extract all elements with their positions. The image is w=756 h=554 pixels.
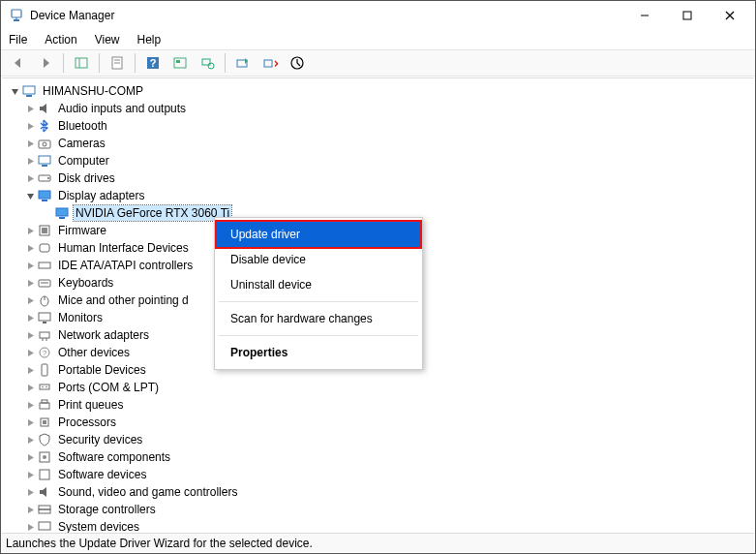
menu-help[interactable]: Help [136, 31, 164, 48]
tree-item-label: Security devices [56, 432, 144, 447]
tree-root[interactable]: HIMANSHU-COMP [6, 82, 754, 100]
disable-device-button[interactable] [286, 51, 309, 75]
chevron-right-icon[interactable] [23, 119, 37, 133]
context-menu: Update driver Disable device Uninstall d… [214, 217, 423, 370]
chevron-right-icon[interactable] [23, 520, 37, 533]
context-properties[interactable]: Properties [217, 340, 420, 365]
svg-point-17 [208, 63, 214, 69]
uninstall-device-button[interactable]: × [258, 51, 282, 75]
svg-rect-4 [683, 12, 691, 19]
tree-item-print-queues[interactable]: Print queues [6, 396, 754, 414]
tree-item-label: System devices [56, 519, 141, 533]
app-icon [9, 8, 24, 23]
svg-rect-0 [12, 10, 21, 17]
context-separator [219, 301, 418, 302]
camera-icon [37, 136, 52, 151]
tree-item-security[interactable]: Security devices [6, 431, 754, 448]
chevron-right-icon[interactable] [23, 450, 37, 464]
chevron-right-icon[interactable] [23, 293, 37, 307]
toolbar: ? × [1, 49, 755, 77]
chevron-right-icon[interactable] [23, 311, 37, 324]
properties-button[interactable] [106, 51, 129, 75]
tree-item-label: IDE ATA/ATAPI controllers [56, 258, 195, 273]
hid-icon [37, 240, 52, 256]
svg-rect-59 [40, 470, 49, 479]
help-button[interactable]: ? [141, 51, 165, 75]
maximize-button[interactable] [666, 1, 709, 30]
svg-rect-42 [39, 313, 50, 321]
context-disable-device[interactable]: Disable device [217, 247, 420, 272]
tree-item-label: Human Interface Devices [56, 240, 191, 256]
svg-text:×: × [274, 57, 278, 71]
security-icon [37, 432, 52, 447]
chevron-right-icon[interactable] [23, 328, 37, 342]
context-scan-hardware[interactable]: Scan for hardware changes [217, 306, 420, 331]
minimize-button[interactable] [623, 1, 666, 30]
tree-item-bluetooth[interactable]: Bluetooth [6, 117, 754, 135]
svg-text:?: ? [43, 349, 47, 357]
tree-item-label: Software devices [56, 467, 148, 482]
action-properties-button[interactable] [168, 51, 192, 75]
tree-item-software-components[interactable]: Software components [6, 448, 754, 466]
svg-rect-53 [40, 403, 49, 409]
chevron-right-icon[interactable] [23, 468, 37, 481]
portable-icon [37, 362, 52, 378]
svg-point-25 [43, 142, 46, 146]
chevron-right-icon[interactable] [23, 102, 37, 115]
chevron-right-icon[interactable] [23, 346, 37, 359]
context-uninstall-device[interactable]: Uninstall device [217, 272, 420, 297]
title-bar: Device Manager [1, 1, 755, 30]
tree-item-label: Display adapters [56, 188, 146, 203]
chevron-right-icon[interactable] [23, 416, 37, 429]
chevron-right-icon[interactable] [23, 503, 37, 516]
tree-item-label: Software components [56, 449, 172, 465]
context-update-driver[interactable]: Update driver [217, 222, 420, 247]
svg-rect-32 [56, 208, 68, 216]
tree-item-ports[interactable]: Ports (COM & LPT) [6, 379, 754, 396]
tree-item-label: NVIDIA GeForce RTX 3060 Ti [74, 205, 231, 221]
menu-action[interactable]: Action [43, 31, 78, 48]
forward-button[interactable] [34, 51, 57, 75]
chevron-down-icon[interactable] [8, 84, 21, 98]
storage-icon [37, 502, 52, 517]
menu-view[interactable]: View [93, 31, 122, 48]
tree-item-software-devices[interactable]: Software devices [6, 466, 754, 483]
tree-item-audio[interactable]: Audio inputs and outputs [6, 100, 754, 117]
back-button[interactable] [7, 51, 30, 75]
svg-rect-60 [39, 506, 50, 509]
scan-hardware-button[interactable] [196, 51, 219, 75]
svg-rect-54 [42, 400, 47, 403]
chevron-right-icon[interactable] [23, 485, 37, 499]
mouse-icon [37, 292, 52, 308]
tree-item-cameras[interactable]: Cameras [6, 135, 754, 152]
tree-item-storage[interactable]: Storage controllers [6, 501, 754, 518]
show-hide-console-button[interactable] [70, 51, 93, 75]
tree-item-sound[interactable]: Sound, video and game controllers [6, 483, 754, 501]
chevron-right-icon[interactable] [23, 241, 37, 255]
chevron-right-icon[interactable] [23, 259, 37, 272]
update-driver-button[interactable] [231, 51, 255, 75]
chevron-right-icon[interactable] [23, 363, 37, 377]
chevron-down-icon[interactable] [23, 189, 37, 202]
chevron-right-icon[interactable] [23, 398, 37, 412]
tree-item-label: Keyboards [56, 275, 115, 291]
tree-item-processors[interactable]: Processors [6, 414, 754, 431]
chevron-right-icon[interactable] [23, 154, 37, 168]
tree-item-display-adapters[interactable]: Display adapters [6, 187, 754, 204]
tree-item-disk-drives[interactable]: Disk drives [6, 169, 754, 187]
chevron-right-icon[interactable] [23, 433, 37, 446]
chevron-right-icon[interactable] [23, 171, 37, 185]
svg-rect-26 [39, 156, 50, 164]
svg-rect-49 [42, 364, 47, 376]
close-button[interactable] [709, 1, 751, 30]
svg-rect-22 [23, 86, 35, 94]
monitor-icon [37, 310, 52, 325]
chevron-right-icon[interactable] [23, 137, 37, 150]
tree-item-system-devices[interactable]: System devices [6, 518, 754, 533]
chevron-right-icon[interactable] [23, 224, 37, 237]
chevron-right-icon[interactable] [23, 381, 37, 394]
tree-item-computer[interactable]: Computer [6, 152, 754, 169]
chevron-right-icon[interactable] [23, 276, 37, 290]
svg-text:?: ? [150, 57, 157, 69]
menu-file[interactable]: File [7, 31, 29, 48]
